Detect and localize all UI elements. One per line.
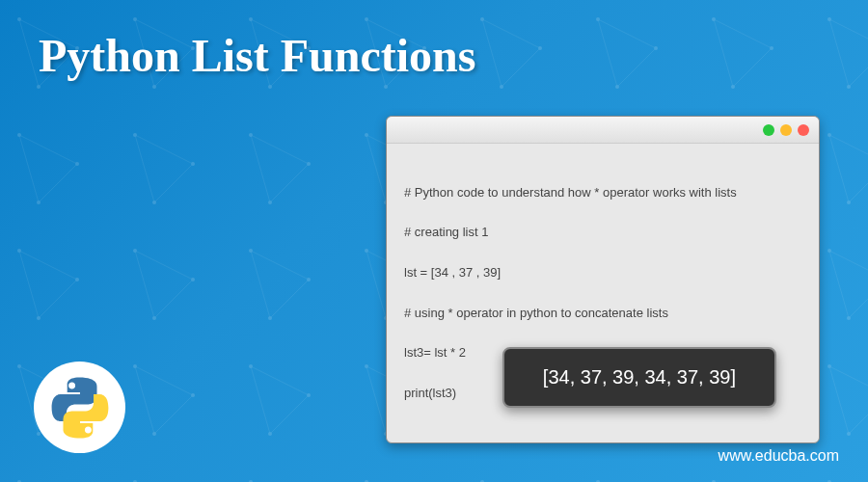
- window-minimize-icon: [763, 124, 774, 136]
- code-line: lst = [34 , 37 , 39]: [404, 263, 801, 283]
- code-line: # Python code to understand how * operat…: [404, 183, 801, 203]
- window-titlebar: [387, 117, 819, 144]
- window-close-icon: [798, 124, 809, 136]
- python-logo-icon: [46, 374, 114, 442]
- page-title: Python List Functions: [39, 29, 475, 82]
- window-maximize-icon: [780, 124, 792, 136]
- code-line: # creating list 1: [404, 223, 801, 243]
- watermark-text: www.educba.com: [719, 447, 839, 465]
- output-display: [34, 37, 39, 34, 37, 39]: [502, 347, 776, 408]
- code-line: # using * operator in python to concaten…: [404, 304, 801, 324]
- python-logo: [34, 362, 125, 453]
